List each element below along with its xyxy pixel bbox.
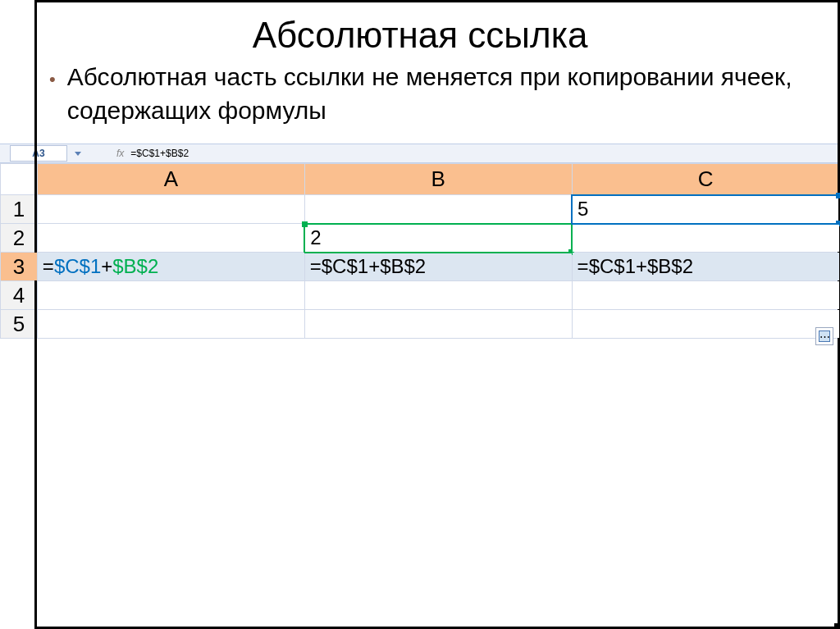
column-header-b[interactable]: B bbox=[304, 164, 572, 195]
paste-options-icon: ⋯ bbox=[819, 330, 830, 342]
cell-b2[interactable]: 2 bbox=[304, 224, 572, 253]
fill-handle-icon[interactable] bbox=[834, 623, 840, 629]
bullet-dot-icon: • bbox=[49, 67, 56, 92]
smart-tag-button[interactable]: ⋯ bbox=[815, 327, 833, 345]
cell-b5[interactable] bbox=[304, 310, 572, 339]
bullet-list: • Абсолютная часть ссылки не меняется пр… bbox=[0, 61, 840, 127]
name-box-dropdown[interactable] bbox=[72, 145, 84, 162]
fx-icon[interactable]: fx bbox=[116, 148, 124, 159]
formula-bar-text[interactable]: =$C$1+$B$2 bbox=[130, 148, 189, 159]
svg-marker-0 bbox=[75, 152, 81, 156]
cell-a4[interactable] bbox=[37, 281, 304, 310]
cell-c4[interactable] bbox=[572, 281, 839, 310]
row-header-2[interactable]: 2 bbox=[1, 224, 38, 253]
formula-bar: A3 fx =$C$1+$B$2 bbox=[0, 144, 840, 163]
formula-plus: + bbox=[101, 255, 112, 277]
formula-eq: = bbox=[43, 255, 54, 277]
slide-title: Абсолютная ссылка bbox=[0, 0, 840, 61]
cell-c2[interactable] bbox=[572, 224, 839, 253]
cell-a3[interactable]: =$C$1+$B$2 bbox=[37, 253, 304, 281]
select-all-corner[interactable] bbox=[1, 164, 38, 195]
cell-a5[interactable] bbox=[37, 310, 304, 339]
column-header-c[interactable]: C bbox=[572, 164, 839, 195]
range-handle-icon bbox=[836, 193, 840, 198]
bullet-text: Абсолютная часть ссылки не меняется при … bbox=[67, 61, 807, 127]
cell-c3[interactable]: =$C$1+$B$2 bbox=[572, 253, 839, 281]
row-header-1[interactable]: 1 bbox=[1, 195, 38, 224]
cell-b4[interactable] bbox=[304, 281, 572, 310]
row-header-3[interactable]: 3 bbox=[1, 253, 38, 281]
formula-ref-b2: $B$2 bbox=[112, 255, 158, 277]
cell-c1-value: 5 bbox=[578, 198, 588, 220]
formula-ref-c1: $C$1 bbox=[54, 255, 101, 277]
row-header-5[interactable]: 5 bbox=[1, 310, 38, 339]
chevron-down-icon bbox=[75, 152, 81, 156]
cell-a1[interactable] bbox=[37, 195, 304, 224]
cell-b3[interactable]: =$C$1+$B$2 bbox=[304, 253, 572, 281]
spreadsheet-screenshot: A3 fx =$C$1+$B$2 A B C 1 5 2 bbox=[0, 144, 840, 339]
column-header-a[interactable]: A bbox=[37, 164, 304, 195]
grid: A B C 1 5 2 2 3 = bbox=[0, 163, 840, 339]
bullet-item: • Абсолютная часть ссылки не меняется пр… bbox=[49, 61, 807, 127]
cell-c1[interactable]: 5 bbox=[572, 195, 839, 224]
row-header-4[interactable]: 4 bbox=[1, 281, 38, 310]
range-handle-icon bbox=[302, 221, 308, 227]
cell-b2-value: 2 bbox=[310, 226, 321, 248]
cell-b1[interactable] bbox=[304, 195, 572, 224]
cell-a2[interactable] bbox=[37, 224, 304, 253]
name-box[interactable]: A3 bbox=[10, 145, 67, 162]
cell-c5[interactable] bbox=[572, 310, 839, 339]
